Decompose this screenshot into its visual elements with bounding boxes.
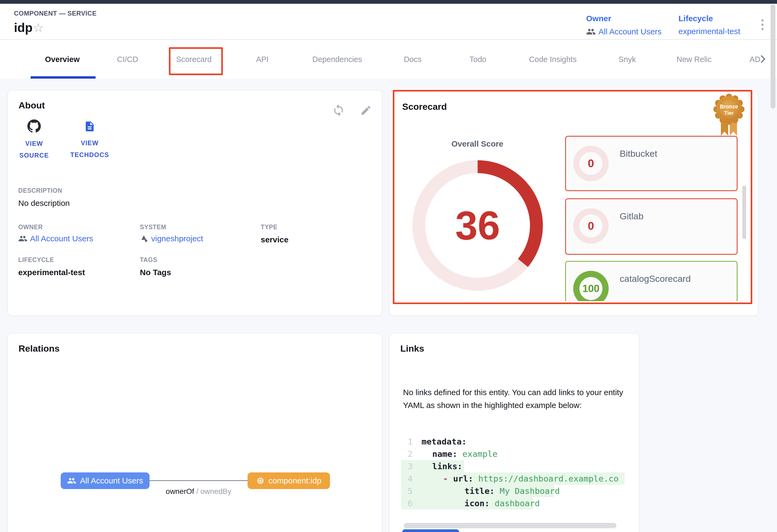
code-line-5: 5 title:My Dashboard [390, 485, 639, 497]
header-lifecycle: Lifecycle experimental-test [678, 14, 740, 36]
relation-edge-label: ownerOf / ownedBy [149, 487, 247, 496]
tab-api[interactable]: API [256, 55, 269, 64]
more-options-kebab-icon[interactable] [761, 19, 764, 30]
relation-node-component[interactable]: component:idp [247, 473, 330, 489]
people-icon [586, 27, 596, 36]
scorecard-items-list: 0 Bitbucket 0 Gitlab 100 catalogScorecar… [565, 136, 738, 301]
header-owner: Owner All Account Users [586, 14, 662, 36]
field-system: SYSTEM vigneshproject [140, 224, 203, 243]
field-description: DESCRIPTION No description [18, 187, 70, 208]
app-screen: COMPONENT — SERVICE idp ☆ Owner All Acco… [0, 0, 777, 532]
tab-dependencies[interactable]: Dependencies [312, 55, 362, 64]
people-icon [18, 234, 27, 243]
breadcrumb: COMPONENT — SERVICE [14, 10, 97, 17]
system-icon [140, 234, 148, 243]
scorecard-item-bitbucket[interactable]: 0 Bitbucket [565, 136, 738, 191]
entity-tabs: Overview CI/CD Scorecard API Dependencie… [0, 40, 777, 79]
tab-code-insights[interactable]: Code Insights [529, 55, 576, 64]
owner-link[interactable]: All Account Users [18, 234, 93, 243]
entity-header: COMPONENT — SERVICE idp ☆ Owner All Acco… [0, 4, 777, 39]
page-scrollbar[interactable] [771, 4, 775, 109]
catalogscorecard-score-gauge: 100 [573, 271, 608, 301]
scorecard-list-scrollbar[interactable] [742, 185, 746, 239]
bitbucket-score-gauge: 0 [573, 146, 608, 181]
overall-score-gauge: 36 [412, 160, 543, 291]
overall-score-value: 36 [455, 203, 500, 249]
lifecycle-label: Lifecycle [678, 14, 740, 23]
code-line-4: 4 -url:https://dashboard.example.co [390, 473, 639, 485]
relation-node-owner[interactable]: All Account Users [61, 473, 149, 489]
links-title: Links [400, 343, 424, 354]
scorecard-item-gitlab[interactable]: 0 Gitlab [565, 198, 738, 255]
tier-badge-line1: Bronze [720, 104, 738, 110]
tabs-scroll-right-chevron-icon[interactable] [757, 53, 769, 65]
scorecard-card: Scorecard Overall Score 36 0 Bitbucket 0… [389, 91, 758, 316]
refresh-button[interactable] [332, 104, 345, 118]
browser-top-strip [0, 0, 777, 4]
tab-new-relic[interactable]: New Relic [677, 55, 712, 64]
scorecard-item-catalogscorecard[interactable]: 100 catalogScorecard [565, 261, 738, 301]
techdocs-icon [84, 121, 96, 132]
owner-label: Owner [586, 14, 662, 23]
scorecard-title: Scorecard [402, 102, 447, 112]
tab-scorecard[interactable]: Scorecard [176, 55, 212, 64]
gitlab-score-gauge: 0 [573, 208, 608, 244]
bronze-tier-badge: Bronze Tier [712, 94, 745, 141]
field-owner: OWNER All Account Users [18, 224, 93, 243]
refresh-icon [332, 104, 345, 117]
owner-value[interactable]: All Account Users [586, 27, 662, 36]
tab-docs[interactable]: Docs [404, 55, 422, 64]
tab-snyk[interactable]: Snyk [619, 55, 636, 64]
tab-todo[interactable]: Todo [470, 55, 486, 64]
about-card: About VIEWSOURCE VIEWTECHDOCS DESCRIPTIO… [7, 90, 382, 316]
relations-card: Relations ownerOf / ownedBy All Account … [7, 334, 382, 532]
tab-cicd[interactable]: CI/CD [117, 55, 138, 64]
links-empty-message: No links defined for this entity. You ca… [403, 386, 626, 412]
links-card: Links No links defined for this entity. … [389, 334, 639, 532]
edit-button[interactable] [360, 104, 372, 117]
github-icon [27, 119, 41, 133]
pencil-icon [360, 104, 372, 116]
people-icon [67, 476, 76, 485]
code-line-2: 2 name:example [390, 448, 639, 460]
about-title: About [18, 100, 45, 111]
lifecycle-value: experimental-test [678, 27, 740, 36]
relations-title: Relations [18, 343, 60, 354]
yaml-code-block: 1 metadata: 2 name:example 3 links: 4 -u… [390, 435, 639, 510]
active-tab-indicator [31, 76, 96, 79]
code-horizontal-scrollbar[interactable] [404, 523, 617, 528]
chip-icon [256, 477, 265, 485]
view-source-button[interactable]: VIEWSOURCE [13, 119, 56, 161]
page-title: idp [14, 20, 32, 35]
links-cta-button[interactable] [402, 529, 459, 532]
field-type: TYPE service [261, 224, 288, 244]
code-line-6: 6 icon:dashboard [390, 497, 639, 510]
view-techdocs-button[interactable]: VIEWTECHDOCS [64, 121, 115, 161]
favorite-star-icon[interactable]: ☆ [33, 21, 44, 34]
overall-score-label: Overall Score [448, 139, 507, 148]
code-line-1: 1 metadata: [390, 435, 639, 448]
tab-overview[interactable]: Overview [45, 55, 80, 64]
system-link[interactable]: vigneshproject [140, 234, 203, 243]
tier-badge-line2: Tier [724, 110, 734, 116]
field-lifecycle: LIFECYCLE experimental-test [18, 256, 85, 277]
relation-edge-line [149, 480, 247, 481]
code-line-3: 3 links: [390, 460, 639, 473]
field-tags: TAGS No Tags [140, 256, 171, 277]
